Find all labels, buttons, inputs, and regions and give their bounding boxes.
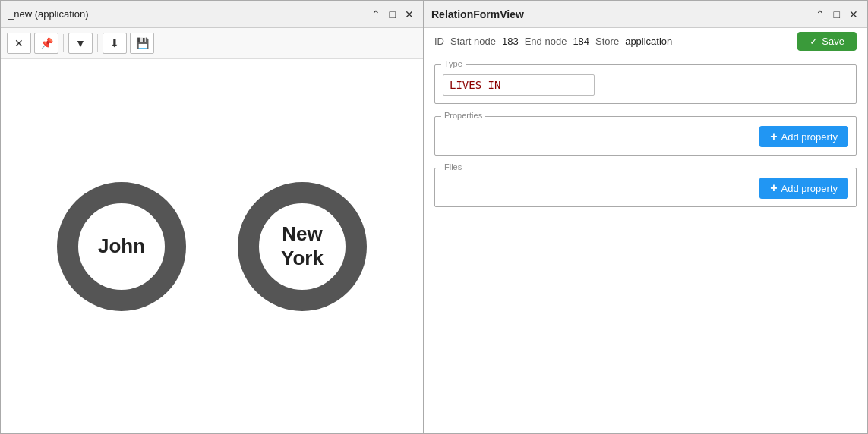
toolbar-download-btn[interactable]: ⬇	[103, 33, 127, 54]
start-node-value: 183	[502, 36, 519, 47]
left-window-title: _new (application)	[8, 8, 89, 20]
left-toolbar: ✕ 📌 ▼ ⬇ 💾	[1, 28, 423, 59]
store-label: Store	[595, 36, 619, 47]
john-node-label: John	[98, 234, 145, 258]
left-window-controls: ⌃ □ ✕	[370, 9, 415, 20]
store-value: application	[625, 36, 672, 47]
type-group: Type	[434, 64, 857, 104]
right-titlebar: RelationFormView ⌃ □ ✕	[424, 1, 867, 28]
left-close-btn[interactable]: ✕	[403, 9, 415, 20]
toolbar-separator-1	[63, 34, 64, 52]
id-label: ID	[434, 36, 444, 47]
left-minimize-btn[interactable]: ⌃	[370, 9, 382, 20]
properties-group: Properties + Add property	[434, 116, 857, 156]
canvas-area: John NewYork	[1, 59, 423, 433]
newyork-node[interactable]: NewYork	[238, 182, 367, 311]
add-property-button-2[interactable]: + Add property	[759, 178, 848, 199]
add-property-label-2: Add property	[781, 183, 838, 194]
type-legend: Type	[441, 59, 466, 68]
john-node[interactable]: John	[57, 182, 186, 311]
newyork-node-label: NewYork	[281, 222, 324, 269]
save-button[interactable]: ✓ Save	[797, 32, 857, 51]
left-titlebar: _new (application) ⌃ □ ✕	[1, 1, 423, 28]
plus-icon-1: +	[770, 131, 777, 143]
start-node-label: Start node	[450, 36, 496, 47]
right-minimize-btn[interactable]: ⌃	[814, 9, 826, 20]
info-bar: ID Start node 183 End node 184 Store app…	[424, 28, 867, 55]
right-close-btn[interactable]: ✕	[847, 9, 860, 20]
type-input[interactable]	[443, 74, 595, 96]
right-window: RelationFormView ⌃ □ ✕ ID Start node 183…	[424, 0, 868, 434]
right-window-controls: ⌃ □ ✕	[814, 9, 860, 20]
left-maximize-btn[interactable]: □	[388, 9, 397, 20]
end-node-label: End node	[525, 36, 567, 47]
save-button-label: Save	[822, 36, 844, 47]
add-property-button-1[interactable]: + Add property	[759, 126, 848, 147]
properties-legend: Properties	[441, 111, 485, 120]
right-window-title: RelationFormView	[431, 8, 524, 20]
files-group: Files + Add property	[434, 168, 857, 207]
files-legend: Files	[441, 162, 465, 171]
toolbar-close-btn[interactable]: ✕	[7, 33, 31, 54]
plus-icon-2: +	[770, 182, 777, 194]
end-node-value: 184	[573, 36, 589, 47]
right-maximize-btn[interactable]: □	[832, 9, 841, 20]
form-area: Type Properties + Add property Files + A…	[424, 55, 867, 433]
add-property-label-1: Add property	[781, 131, 838, 143]
save-check-icon: ✓	[810, 36, 818, 47]
toolbar-separator-2	[97, 34, 98, 52]
toolbar-pin-btn[interactable]: 📌	[34, 33, 58, 54]
left-window: _new (application) ⌃ □ ✕ ✕ 📌 ▼ ⬇ 💾 John …	[0, 0, 424, 434]
toolbar-save-btn[interactable]: 💾	[130, 33, 154, 54]
toolbar-filter-btn[interactable]: ▼	[68, 33, 93, 54]
